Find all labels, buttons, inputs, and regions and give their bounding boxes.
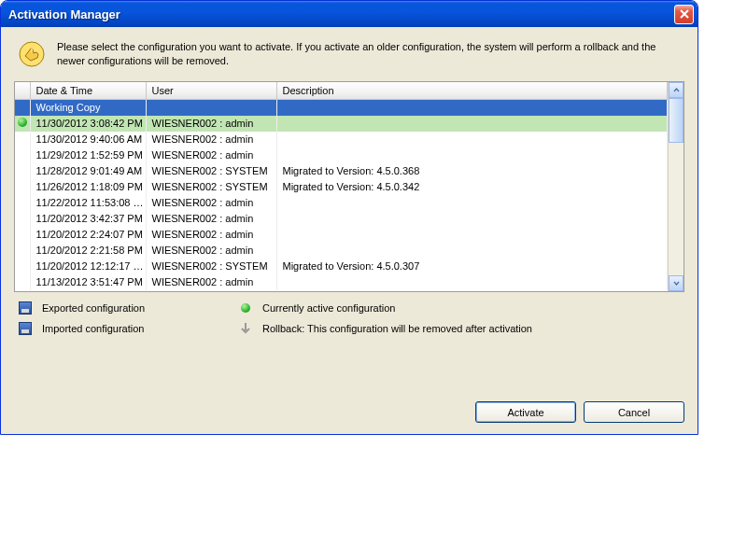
user-cell: WIESNER002 : admin xyxy=(146,116,276,132)
description-cell xyxy=(276,100,668,116)
user-cell: WIESNER002 : admin xyxy=(146,195,276,211)
status-cell xyxy=(15,259,30,274)
legend-imported-label: Imported configuration xyxy=(42,323,229,334)
datetime-cell: 11/29/2012 1:52:59 PM xyxy=(30,147,146,163)
info-row: Please select the configuration you want… xyxy=(14,36,684,81)
col-header-status[interactable] xyxy=(15,82,30,100)
status-cell xyxy=(15,132,30,147)
datetime-cell: 11/20/2012 2:24:07 PM xyxy=(30,227,146,243)
datetime-cell: 11/30/2012 9:40:06 AM xyxy=(30,132,146,147)
datetime-cell: 11/30/2012 3:08:42 PM xyxy=(30,116,146,132)
datetime-cell: 11/20/2012 12:12:17 … xyxy=(30,259,146,274)
config-table-container: Date & Time User Description Working Cop… xyxy=(14,81,684,292)
content-area: Please select the configuration you want… xyxy=(1,27,698,434)
user-cell: WIESNER002 : SYSTEM xyxy=(146,163,276,179)
description-cell xyxy=(276,243,668,259)
titlebar: Activation Manager xyxy=(1,1,698,27)
legend: Exported configuration Currently active … xyxy=(14,292,684,339)
status-cell xyxy=(15,211,30,227)
datetime-cell: 11/22/2012 11:53:08 … xyxy=(30,195,146,211)
col-header-description[interactable]: Description xyxy=(276,82,668,100)
status-cell xyxy=(15,243,30,259)
table-row[interactable]: 11/20/2012 2:24:07 PMWIESNER002 : admin xyxy=(15,227,668,243)
scroll-down-button[interactable] xyxy=(669,275,684,291)
datetime-cell: 11/13/2012 3:51:47 PM xyxy=(30,274,146,290)
button-row: Activate Cancel xyxy=(14,394,684,423)
active-dot-icon xyxy=(238,303,253,313)
cancel-button[interactable]: Cancel xyxy=(584,401,684,423)
datetime-cell: Working Copy xyxy=(30,100,146,116)
table-row[interactable]: 11/30/2012 3:08:42 PMWIESNER002 : admin xyxy=(15,116,668,132)
status-cell xyxy=(15,179,30,195)
description-cell xyxy=(276,195,668,211)
description-cell xyxy=(276,227,668,243)
user-cell: WIESNER002 : admin xyxy=(146,132,276,147)
table-row[interactable]: 11/20/2012 2:21:58 PMWIESNER002 : admin xyxy=(15,243,668,259)
legend-exported-label: Exported configuration xyxy=(42,302,229,314)
datetime-cell: 11/20/2012 2:21:58 PM xyxy=(30,243,146,259)
user-cell: WIESNER002 : SYSTEM xyxy=(146,179,276,195)
disk-export-icon xyxy=(18,301,33,315)
status-cell xyxy=(15,227,30,243)
description-cell xyxy=(276,274,668,290)
active-indicator-icon xyxy=(18,118,27,127)
datetime-cell: 11/20/2012 3:42:37 PM xyxy=(30,211,146,227)
description-cell xyxy=(276,211,668,227)
table-row[interactable]: 11/29/2012 1:52:59 PMWIESNER002 : admin xyxy=(15,147,668,163)
status-cell xyxy=(15,147,30,163)
table-row[interactable]: 11/28/2012 9:01:49 AMWIESNER002 : SYSTEM… xyxy=(15,163,668,179)
activation-manager-window: Activation Manager Please select the con… xyxy=(0,0,698,435)
col-header-user[interactable]: User xyxy=(146,82,276,100)
user-cell xyxy=(146,100,276,116)
user-cell: WIESNER002 : admin xyxy=(146,147,276,163)
user-cell: WIESNER002 : admin xyxy=(146,274,276,290)
scroll-track[interactable] xyxy=(669,98,684,275)
user-cell: WIESNER002 : admin xyxy=(146,211,276,227)
description-cell xyxy=(276,116,668,132)
status-cell xyxy=(15,195,30,211)
status-cell xyxy=(15,100,30,116)
status-cell xyxy=(15,274,30,290)
window-title: Activation Manager xyxy=(8,7,674,21)
datetime-cell: 11/28/2012 9:01:49 AM xyxy=(30,163,146,179)
description-cell: Migrated to Version: 4.5.0.368 xyxy=(276,163,668,179)
activate-button[interactable]: Activate xyxy=(475,401,576,423)
table-row[interactable]: 11/26/2012 1:18:09 PMWIESNER002 : SYSTEM… xyxy=(15,179,668,195)
info-text: Please select the configuration you want… xyxy=(57,40,684,68)
description-cell xyxy=(276,132,668,147)
table-row[interactable]: 11/20/2012 12:12:17 …WIESNER002 : SYSTEM… xyxy=(15,259,668,274)
table-row[interactable]: 11/13/2012 3:51:47 PMWIESNER002 : admin xyxy=(15,274,668,290)
table-row[interactable]: 11/22/2012 11:53:08 …WIESNER002 : admin xyxy=(15,195,668,211)
table-row[interactable]: 11/30/2012 9:40:06 AMWIESNER002 : admin xyxy=(15,132,668,147)
config-table[interactable]: Date & Time User Description Working Cop… xyxy=(15,82,668,290)
close-button[interactable] xyxy=(674,5,694,24)
datetime-cell: 11/26/2012 1:18:09 PM xyxy=(30,179,146,195)
legend-active-label: Currently active configuration xyxy=(262,302,681,314)
user-cell: WIESNER002 : admin xyxy=(146,227,276,243)
table-row[interactable]: 11/20/2012 3:42:37 PMWIESNER002 : admin xyxy=(15,211,668,227)
vertical-scrollbar[interactable] xyxy=(668,82,684,291)
chevron-down-icon xyxy=(673,280,680,287)
description-cell: Migrated to Version: 4.5.0.307 xyxy=(276,259,668,274)
description-cell xyxy=(276,147,668,163)
col-header-datetime[interactable]: Date & Time xyxy=(30,82,146,100)
rollback-arrow-icon xyxy=(238,322,253,335)
scroll-up-button[interactable] xyxy=(669,82,684,98)
status-cell xyxy=(15,116,30,132)
user-cell: WIESNER002 : admin xyxy=(146,243,276,259)
chevron-up-icon xyxy=(673,87,680,93)
close-icon xyxy=(680,9,689,19)
description-cell: Migrated to Version: 4.5.0.342 xyxy=(276,179,668,195)
table-header-row: Date & Time User Description xyxy=(15,82,668,100)
user-cell: WIESNER002 : SYSTEM xyxy=(146,259,276,274)
status-cell xyxy=(15,163,30,179)
pointing-hand-icon xyxy=(18,40,46,70)
scroll-thumb[interactable] xyxy=(669,98,684,143)
disk-import-icon xyxy=(18,322,33,335)
legend-rollback-label: Rollback: This configuration will be rem… xyxy=(262,323,681,334)
table-row[interactable]: Working Copy xyxy=(15,100,668,116)
